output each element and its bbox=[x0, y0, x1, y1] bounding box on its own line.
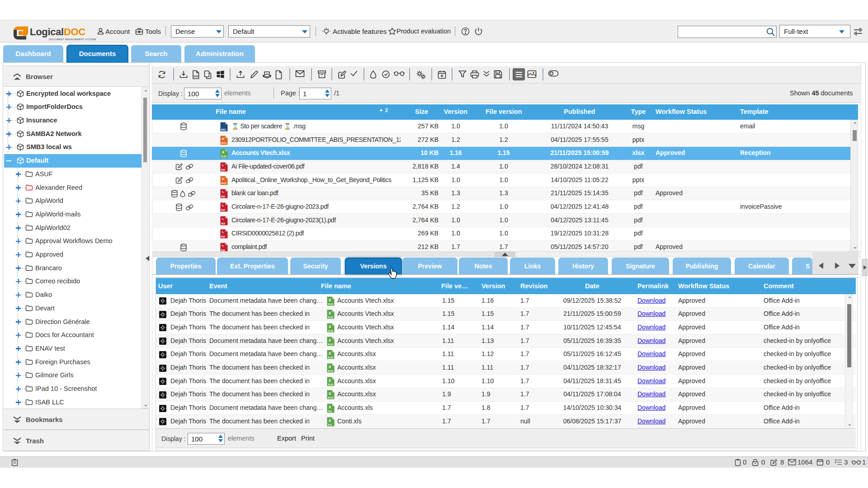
svg-text:XLSX: XLSX bbox=[328, 397, 334, 399]
svg-text:X: X bbox=[329, 365, 331, 369]
svg-text:X: X bbox=[329, 324, 331, 329]
svg-text:PPTX: PPTX bbox=[221, 142, 227, 144]
svg-text:X: X bbox=[329, 405, 331, 409]
svg-text:✎: ✎ bbox=[222, 218, 224, 221]
svg-text:XLSX: XLSX bbox=[328, 343, 334, 345]
svg-text:PDF: PDF bbox=[221, 236, 225, 238]
svg-text:XLSX: XLSX bbox=[328, 357, 334, 359]
svg-text:MSG: MSG bbox=[221, 128, 226, 131]
svg-text:PDF: PDF bbox=[221, 209, 225, 211]
svg-text:X: X bbox=[329, 338, 331, 343]
svg-text:✎: ✎ bbox=[222, 191, 224, 194]
svg-text:XLS: XLS bbox=[328, 410, 332, 413]
svg-text:✎: ✎ bbox=[222, 164, 224, 167]
svg-text:XLSX: XLSX bbox=[328, 316, 334, 319]
svg-text:X: X bbox=[329, 391, 331, 396]
svg-text:XLSX: XLSX bbox=[221, 155, 227, 158]
svg-text:X: X bbox=[329, 378, 331, 383]
svg-text:✎: ✎ bbox=[222, 204, 224, 207]
svg-text:PPTX: PPTX bbox=[221, 182, 227, 184]
svg-text:PDF: PDF bbox=[221, 222, 225, 225]
svg-text:X: X bbox=[329, 351, 331, 356]
svg-text:XLSX: XLSX bbox=[328, 370, 334, 372]
svg-text:X: X bbox=[329, 418, 331, 423]
svg-text:✎: ✎ bbox=[222, 231, 224, 234]
svg-text:PDF: PDF bbox=[221, 169, 225, 171]
svg-text:X: X bbox=[222, 150, 225, 155]
svg-text:PDF: PDF bbox=[221, 196, 225, 198]
svg-text:X: X bbox=[329, 311, 331, 315]
svg-text:PDF: PDF bbox=[194, 75, 199, 78]
svg-text:✎: ✎ bbox=[222, 244, 224, 248]
svg-text:P: P bbox=[222, 177, 225, 181]
svg-text:X: X bbox=[329, 298, 331, 302]
svg-text:XLS: XLS bbox=[328, 423, 332, 426]
svg-text:P: P bbox=[222, 137, 225, 141]
svg-text:XLSX: XLSX bbox=[328, 383, 334, 385]
svg-text:XLSX: XLSX bbox=[328, 303, 334, 305]
svg-text:XLSX: XLSX bbox=[328, 329, 334, 332]
